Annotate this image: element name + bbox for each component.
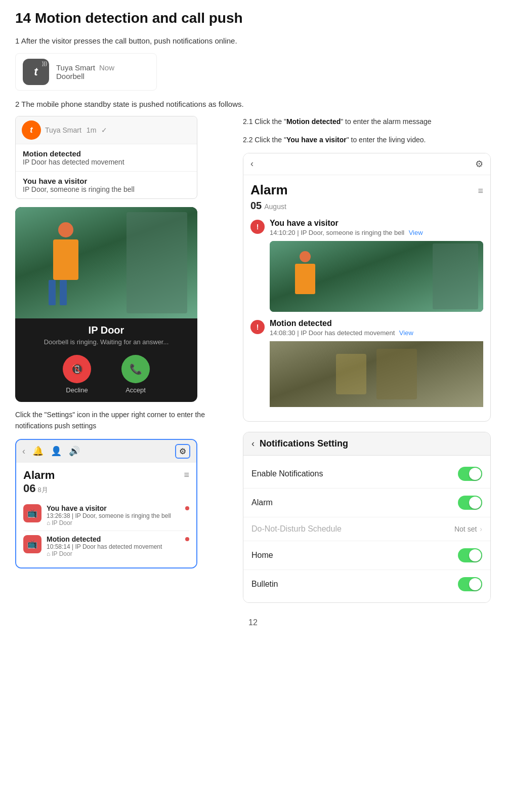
alarm-screen-small: ‹ 🔔 👤 🔊 ⚙ Alarm ≡ 06 8月 (15, 439, 197, 569)
alarm-small-date-row: 06 8月 (23, 482, 189, 495)
alarm-large-entry1-thumb (270, 241, 483, 312)
call-name: IP Door (15, 324, 197, 336)
alarm-small-settings-btn[interactable]: ⚙ (175, 444, 190, 459)
annotation-2-2: 2.2 Click the "You have a visitor" to en… (243, 134, 491, 145)
visitor-notif-row[interactable]: You have a visitor IP Door, someone is r… (16, 172, 197, 198)
alarm-large-entry1-time-row: 14:10:20 | IP Door, someone is ringing t… (270, 228, 483, 237)
home-label: Home (251, 551, 458, 560)
alarm-small-menu-icon[interactable]: ≡ (184, 470, 189, 480)
alarm-small-person-icon[interactable]: 👤 (51, 445, 62, 457)
notif-app-row-1: Tuya Smart Now (56, 63, 114, 72)
page-number: 12 (15, 618, 491, 627)
alarm-large-entry2-time: 14:08:30 | IP Door has detected movement (270, 329, 395, 337)
tuya-icon-1: t ))) (23, 59, 49, 85)
notif-time-1: Now (99, 63, 114, 72)
call-status: Doorbell is ringing. Waiting for an answ… (15, 338, 197, 346)
motion-notif-row[interactable]: Motion detected IP Door has detected mov… (16, 144, 197, 172)
call-video-bg (15, 207, 197, 318)
enable-notif-toggle[interactable] (458, 467, 482, 481)
alarm-small-item1-location: ⌂ IP Door (47, 519, 189, 526)
alarm-small-item2-content: Motion detected 10:58:14 | IP Door has d… (47, 535, 189, 557)
annotation-2-2-bold: You have a visitor (286, 136, 347, 144)
alarm-large-exclaim-2: ! (250, 320, 265, 334)
alarm-large-entry2-view[interactable]: View (399, 329, 413, 337)
visitor-figure (46, 222, 86, 303)
home-toggle[interactable] (458, 548, 482, 562)
alarm-large-entry-2[interactable]: ! Motion detected 14:08:30 | IP Door has… (250, 319, 483, 407)
decline-button[interactable]: 📵 (63, 355, 91, 383)
alarm-small-item1-time: 13:26:38 | IP Door, someone is ringing t… (47, 512, 189, 519)
gate-bg (126, 212, 187, 313)
alarm-screen-large: ‹ ⚙ Alarm ≡ 05 August ! You have a visit… (243, 153, 491, 422)
alarm-small-item1-content: You have a visitor 13:26:38 | IP Door, s… (47, 504, 189, 526)
bulletin-toggle[interactable] (458, 577, 482, 591)
home-icon-1: ⌂ (47, 519, 50, 526)
accept-icon: 📞 (130, 363, 142, 375)
alarm-small-date-num: 06 (23, 482, 35, 495)
alarm-large-date-num: 05 (250, 200, 262, 212)
accept-label: Accept (125, 386, 146, 394)
alarm-large-back-icon[interactable]: ‹ (250, 158, 254, 169)
tuya-notif-card-1: t ))) Tuya Smart Now Doorbell (15, 53, 157, 91)
notif-settings-header: ‹ Notifications Setting (243, 432, 490, 456)
dnd-chevron-icon: › (480, 525, 482, 533)
alarm-large-menu-icon[interactable]: ≡ (478, 186, 483, 196)
alarm-toggle[interactable] (458, 496, 482, 510)
alarm-large-entry2-time-row: 14:08:30 | IP Door has detected movement… (270, 328, 483, 337)
notif-settings-back-icon[interactable]: ‹ (251, 438, 255, 449)
alarm-large-entry1-view[interactable]: View (409, 229, 423, 236)
alarm-large-entry2-title: Motion detected (270, 319, 483, 328)
alarm-label: Alarm (251, 498, 458, 507)
alarm-small-speaker-icon[interactable]: 🔊 (69, 445, 80, 457)
notif-header-row: t Tuya Smart 1m ✓ (16, 116, 197, 144)
alarm-large-date-month: August (264, 202, 286, 211)
tuya-signal-icon: ))) (42, 61, 47, 66)
settings-note: Click the "Settings" icon in the upper r… (15, 409, 233, 432)
dnd-value: Not set (454, 525, 477, 533)
decline-icon: 📵 (71, 363, 83, 375)
notif-app-label-2: Tuya Smart (45, 126, 81, 134)
right-column: 2.1 Click the "Motion detected" to enter… (243, 116, 491, 603)
visitor-notif-body: IP Door, someone is ringing the bell (23, 185, 190, 193)
alarm-small-item2-location: ⌂ IP Door (47, 550, 189, 557)
notif-setting-row-home[interactable]: Home (243, 541, 490, 570)
call-buttons-row: 📵 Decline 📞 Accept (15, 350, 197, 402)
alarm-small-item-1[interactable]: 📺 You have a visitor 13:26:38 | IP Door,… (23, 500, 189, 531)
home-icon-2: ⌂ (47, 550, 50, 557)
notif-setting-row-enable[interactable]: Enable Notifications (243, 460, 490, 489)
alarm-small-menu-row: Alarm ≡ (23, 469, 189, 482)
alarm-large-entry-1[interactable]: ! You have a visitor 14:10:20 | IP Door,… (250, 219, 483, 312)
decline-btn-group: 📵 Decline (63, 355, 91, 394)
alarm-small-dot2 (185, 537, 189, 541)
alarm-large-header: ‹ ⚙ (243, 153, 490, 175)
notif-setting-row-alarm[interactable]: Alarm (243, 489, 490, 517)
alarm-small-item-2[interactable]: 📺 Motion detected 10:58:14 | IP Door has… (23, 531, 189, 561)
dnd-label: Do-Not-Disturb Schedule (251, 524, 454, 534)
notif-app-name-1: Tuya Smart (56, 63, 95, 72)
notif-header-info: Tuya Smart 1m ✓ (45, 126, 107, 134)
call-video-area (15, 207, 197, 318)
accept-btn-group: 📞 Accept (121, 355, 150, 394)
alarm-large-entry1-title: You have a visitor (270, 219, 483, 228)
notif-setting-row-bulletin[interactable]: Bulletin (243, 570, 490, 598)
notif-settings-title: Notifications Setting (260, 438, 348, 449)
phone-notif-mockup: t Tuya Smart 1m ✓ Motion detected IP Doo… (15, 116, 197, 199)
alarm-large-settings-icon[interactable]: ⚙ (475, 158, 483, 170)
section1-text: 1 After the visitor presses the call but… (15, 35, 491, 47)
notif-settings-body: Enable Notifications Alarm Do-Not-Distur… (243, 456, 490, 602)
notif-app-time-row: Tuya Smart 1m ✓ (45, 126, 107, 134)
bulletin-label: Bulletin (251, 580, 458, 589)
notif-time-2: 1m (87, 126, 96, 134)
alarm-small-back-icon[interactable]: ‹ (22, 446, 25, 457)
call-screen: IP Door Doorbell is ringing. Waiting for… (15, 207, 197, 402)
call-info-block: IP Door Doorbell is ringing. Waiting for… (15, 318, 197, 350)
alarm-large-entry1-content: You have a visitor 14:10:20 | IP Door, s… (270, 219, 483, 312)
alarm-small-item2-icon: 📺 (23, 535, 41, 553)
notif-setting-row-dnd[interactable]: Do-Not-Disturb Schedule Not set › (243, 517, 490, 541)
alarm-small-item1-icon: 📺 (23, 504, 41, 522)
enable-notif-label: Enable Notifications (251, 469, 458, 478)
alarm-small-bell-icon[interactable]: 🔔 (32, 445, 44, 457)
accept-button[interactable]: 📞 (121, 355, 150, 383)
alarm-large-exclaim-1: ! (250, 220, 265, 234)
orange-tuya-icon: t (22, 120, 41, 140)
